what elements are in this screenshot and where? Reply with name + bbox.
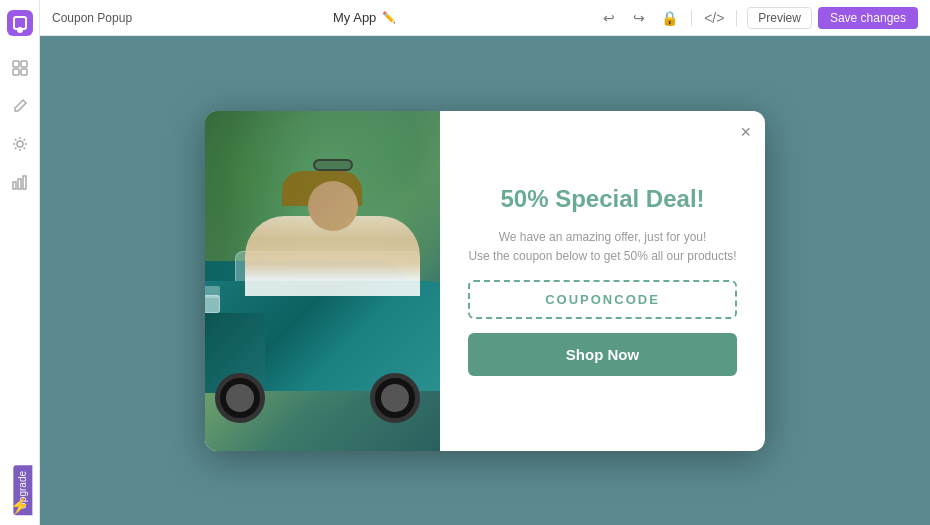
preview-button[interactable]: Preview bbox=[747, 7, 812, 29]
svg-rect-7 bbox=[23, 176, 26, 189]
svg-rect-5 bbox=[13, 182, 16, 189]
person-glasses bbox=[313, 159, 353, 171]
logo-icon bbox=[13, 16, 27, 30]
person-body bbox=[245, 216, 420, 296]
svg-point-4 bbox=[17, 141, 23, 147]
sidebar-item-pen[interactable] bbox=[10, 96, 30, 116]
headlight2 bbox=[205, 286, 220, 298]
sidebar-item-grid[interactable] bbox=[10, 58, 30, 78]
topbar-left: Coupon Popup bbox=[52, 11, 132, 25]
popup-content: 50% Special Deal! We have an amazing off… bbox=[440, 111, 765, 451]
topbar-divider2 bbox=[736, 10, 737, 26]
popup-image bbox=[205, 111, 440, 451]
app-title-label: Coupon Popup bbox=[52, 11, 132, 25]
canvas: × 50% bbox=[40, 36, 930, 525]
wheel-left bbox=[215, 373, 265, 423]
sidebar: Upgrade ⚡ bbox=[0, 0, 40, 525]
popup-title: 50% Special Deal! bbox=[500, 185, 704, 214]
main-area: Coupon Popup My App ✏️ ↩ ↪ 🔒 </> Preview… bbox=[40, 0, 930, 525]
topbar-right: ↩ ↪ 🔒 </> Preview Save changes bbox=[597, 6, 918, 30]
save-button[interactable]: Save changes bbox=[818, 7, 918, 29]
svg-rect-3 bbox=[21, 69, 27, 75]
topbar-divider bbox=[691, 10, 692, 26]
person-head bbox=[308, 181, 358, 231]
code-button[interactable]: </> bbox=[702, 6, 726, 30]
popup-desc-line2: Use the coupon below to get 50% all our … bbox=[468, 249, 736, 263]
svg-rect-2 bbox=[13, 69, 19, 75]
popup-description: We have an amazing offer, just for you! … bbox=[468, 228, 736, 266]
popup-modal: × 50% bbox=[205, 111, 765, 451]
sidebar-item-analytics[interactable] bbox=[10, 172, 30, 192]
sidebar-item-settings[interactable] bbox=[10, 134, 30, 154]
popup-desc-line1: We have an amazing offer, just for you! bbox=[499, 230, 707, 244]
topbar: Coupon Popup My App ✏️ ↩ ↪ 🔒 </> Preview… bbox=[40, 0, 930, 36]
coupon-code-box[interactable]: COUPONCODE bbox=[468, 280, 737, 319]
sidebar-bottom-icon[interactable]: ⚡ bbox=[10, 496, 30, 515]
close-button[interactable]: × bbox=[740, 123, 751, 141]
lock-button[interactable]: 🔒 bbox=[657, 6, 681, 30]
topbar-center: My App ✏️ bbox=[333, 10, 396, 25]
redo-button[interactable]: ↪ bbox=[627, 6, 651, 30]
svg-rect-1 bbox=[21, 61, 27, 67]
svg-rect-0 bbox=[13, 61, 19, 67]
undo-button[interactable]: ↩ bbox=[597, 6, 621, 30]
app-name-label: My App bbox=[333, 10, 376, 25]
svg-rect-6 bbox=[18, 179, 21, 189]
app-logo[interactable] bbox=[7, 10, 33, 36]
shop-now-button[interactable]: Shop Now bbox=[468, 333, 737, 376]
wheel-right bbox=[370, 373, 420, 423]
edit-icon[interactable]: ✏️ bbox=[382, 11, 396, 24]
